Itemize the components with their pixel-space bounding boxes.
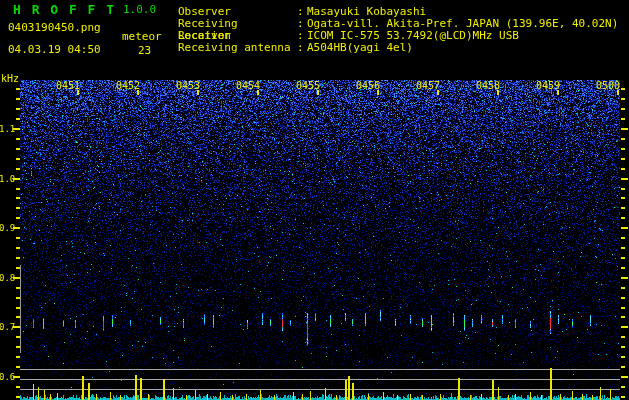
freq-tick-label: 0.6 [0,372,14,382]
info-value-antenna: A504HB(yagi 4el) [307,42,413,54]
time-tick-label: 0457 [416,81,440,91]
time-tick-label: 0451 [56,81,80,91]
time-tick-label: 0500 [596,81,620,91]
y-axis-unit-label: kHz [1,73,19,84]
app-version: 1.0.0 [123,3,156,16]
time-tick-label: 0454 [236,81,260,91]
freq-tick-label: 0.9 [0,223,14,233]
echo-count: 23 [138,44,151,57]
time-tick-label: 0458 [476,81,500,91]
app-title: H R O F F T [13,2,116,17]
info-label-antenna: Receiving antenna [178,42,297,54]
hrofft-screen: H R O F F T 1.0.0 0403190450.png meteor … [0,0,629,400]
freq-tick-label: 1.1 [0,124,14,134]
info-colon: : [297,42,307,54]
spectrogram-canvas [0,0,629,400]
observation-mode: meteor [122,30,162,43]
time-tick-label: 0459 [536,81,560,91]
station-info: Observer:Masayuki Kobayashi Receiving Lo… [178,6,618,54]
output-filename: 0403190450.png [8,21,101,34]
freq-tick-label: 1.0 [0,174,14,184]
observation-datetime: 04.03.19 04:50 [8,43,101,56]
freq-tick-label: 0.8 [0,273,14,283]
time-tick-label: 0456 [356,81,380,91]
info-row-antenna: Receiving antenna:A504HB(yagi 4el) [178,42,618,54]
freq-tick-label: 0.7 [0,322,14,332]
time-tick-label: 0452 [116,81,140,91]
time-tick-label: 0453 [176,81,200,91]
time-tick-label: 0455 [296,81,320,91]
